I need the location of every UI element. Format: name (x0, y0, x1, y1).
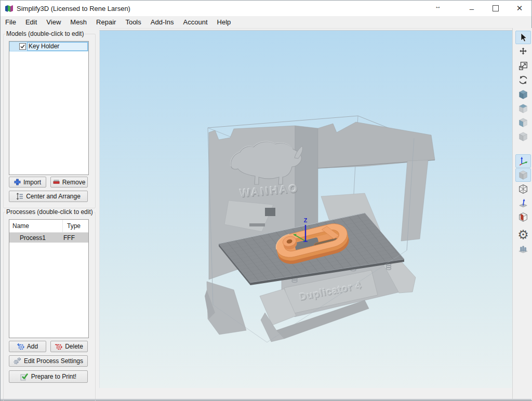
import-icon (14, 179, 21, 185)
gear-icon: ⚙ (517, 229, 529, 241)
minimize-button[interactable]: – (460, 1, 484, 16)
rotate-icon (518, 75, 528, 85)
import-button[interactable]: Import (9, 177, 46, 188)
models-list[interactable]: Key Holder (9, 41, 89, 175)
model-visibility-checkbox[interactable] (19, 43, 26, 50)
add-process-button[interactable]: Add (9, 341, 46, 352)
panel-hole (265, 208, 275, 216)
menu-mesh[interactable]: Mesh (65, 17, 91, 28)
remove-icon (53, 179, 60, 185)
view-side-button[interactable] (515, 130, 531, 143)
menu-addins[interactable]: Add-Ins (146, 17, 179, 28)
cube-view-side-icon (517, 131, 529, 142)
toggle-axes-button[interactable] (515, 154, 531, 168)
viewport-3d[interactable]: WANHAO WANHAO WANHAO Duplicator 4 Duplic… (99, 30, 513, 388)
menu-account[interactable]: Account (179, 17, 212, 28)
view-top-button[interactable] (515, 102, 531, 115)
edit-process-settings-button[interactable]: Edit Process Settings (9, 355, 88, 367)
center-and-arrange-button[interactable]: Center and Arrange (9, 191, 88, 202)
remove-button[interactable]: Remove (50, 177, 88, 188)
process-name: Process1 (9, 234, 59, 242)
column-type: Type (63, 222, 88, 230)
menu-view[interactable]: View (42, 17, 65, 28)
scale-icon (518, 61, 528, 71)
menu-help[interactable]: Help (212, 17, 236, 28)
rotate-tool-button[interactable] (515, 73, 531, 87)
solid-cube-icon (517, 169, 529, 181)
window-title: Simplify3D (Licensed to Rene Larsen) (17, 5, 130, 12)
process-row[interactable]: Process1 FFF (9, 233, 88, 243)
support-generation-button[interactable] (515, 243, 531, 256)
checkmark-icon (20, 44, 25, 49)
menu-edit[interactable]: Edit (21, 17, 42, 28)
cross-section-button[interactable] (515, 210, 531, 224)
axes-icon (518, 156, 528, 166)
menu-bar: File Edit View Mesh Repair Tools Add-Ins… (1, 16, 531, 29)
wireframe-cube-icon (517, 183, 529, 195)
delete-icon (55, 343, 62, 350)
app-logo-icon (5, 4, 14, 13)
view-default-button[interactable] (515, 88, 531, 101)
model-name[interactable]: Key Holder (27, 42, 88, 51)
close-button[interactable]: ✕ (508, 1, 531, 16)
column-name: Name (9, 220, 63, 232)
cursor-icon (518, 32, 528, 43)
surface-normal-icon (518, 198, 528, 208)
menu-tools[interactable]: Tools (121, 17, 145, 28)
view-wireframe-button[interactable] (515, 182, 531, 196)
resize-cursor-icon: ↔ (435, 3, 441, 10)
gears-icon (14, 357, 21, 365)
cube-view-top-icon (517, 103, 529, 114)
move-tool-button[interactable] (515, 45, 531, 59)
machine-settings-button[interactable]: ⚙ (515, 228, 531, 242)
prepare-print-icon (20, 373, 29, 381)
left-panel: Models (double-click to edit) Key Holder… (1, 28, 99, 400)
maximize-button[interactable] (484, 1, 508, 16)
models-label: Models (double-click to edit) (5, 30, 85, 37)
menu-file[interactable]: File (1, 17, 21, 28)
move-icon (518, 47, 528, 57)
view-solid-button[interactable] (515, 168, 531, 182)
prepare-to-print-button[interactable]: Prepare to Print! (9, 370, 88, 383)
processes-label: Processes (double-click to edit) (5, 208, 94, 216)
panel-slot (249, 223, 265, 226)
window-bottom-edge (1, 399, 531, 400)
supports-icon (518, 244, 528, 255)
app-window: Simplify3D (Licensed to Rene Larsen) ↔ –… (0, 0, 532, 401)
show-surface-normals-button[interactable] (515, 196, 531, 210)
maximize-icon (493, 5, 499, 11)
right-toolbar: ⚙ (512, 28, 532, 400)
cube-view-default-icon (517, 89, 529, 100)
processes-table-header: Name Type (9, 220, 88, 233)
scale-tool-button[interactable] (515, 59, 531, 73)
delete-process-button[interactable]: Delete (50, 341, 88, 352)
processes-table[interactable]: Name Type Process1 FFF (9, 219, 89, 338)
title-bar: Simplify3D (Licensed to Rene Larsen) ↔ –… (1, 1, 531, 16)
menu-repair[interactable]: Repair (91, 17, 121, 28)
cube-view-front-icon (517, 117, 529, 128)
z-axis-label: Z (304, 217, 308, 223)
select-tool-button[interactable] (515, 31, 531, 44)
center-arrange-icon (16, 193, 23, 200)
model-list-item[interactable]: Key Holder (9, 42, 88, 51)
view-front-button[interactable] (515, 116, 531, 129)
cross-section-icon (517, 211, 529, 223)
process-type: FFF (59, 234, 88, 242)
add-icon (17, 343, 24, 350)
